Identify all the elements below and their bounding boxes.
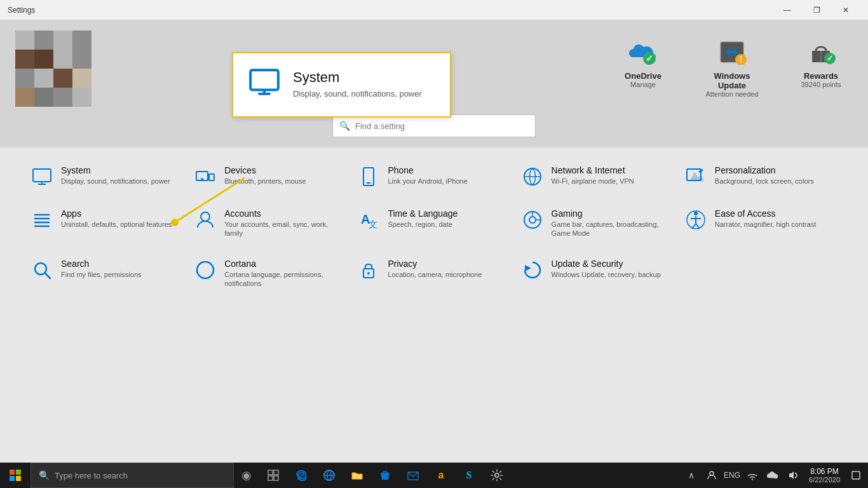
time-language-name: Time & Language <box>388 208 458 219</box>
system-desc: Display, sound, notifications, power <box>61 177 170 186</box>
phone-icon <box>357 165 380 188</box>
taskbar-search-icon: 🔍 <box>39 470 50 480</box>
update-security-icon <box>521 259 544 281</box>
search-icon: 🔍 <box>339 121 350 131</box>
cortana-button[interactable]: ◉ <box>234 463 259 488</box>
setting-update-security[interactable]: Update & Security Windows Update, recove… <box>516 251 679 296</box>
tray-people-icon[interactable] <box>702 463 721 488</box>
svg-rect-48 <box>268 470 273 475</box>
avatar <box>15 30 92 107</box>
privacy-icon <box>357 259 380 281</box>
taskbar-edge-icon[interactable] <box>287 463 315 488</box>
rewards-icon: ✓ <box>804 36 837 69</box>
titlebar-controls: — ❐ ✕ <box>773 0 860 20</box>
ease-of-access-name: Ease of Access <box>715 208 817 219</box>
rewards-label: Rewards <box>804 71 838 81</box>
tooltip-desc: Display, sound, notifications, power <box>293 88 422 100</box>
taskbar-ie-icon[interactable] <box>315 463 343 488</box>
settings-grid-area: System Display, sound, notifications, po… <box>0 147 868 463</box>
cortana-icon <box>194 259 217 281</box>
svg-marker-38 <box>525 265 531 271</box>
svg-text:✓: ✓ <box>827 54 833 63</box>
tray-expand-icon[interactable]: ∧ <box>682 463 701 488</box>
setting-network[interactable]: Network & Internet Wi-Fi, airplane mode,… <box>516 158 679 196</box>
taskbar-search[interactable]: 🔍 Type here to search <box>31 463 234 488</box>
system-name: System <box>61 165 170 175</box>
notification-button[interactable] <box>846 463 865 488</box>
accounts-icon <box>194 208 217 231</box>
setting-privacy[interactable]: Privacy Location, camera, microphone <box>352 251 515 296</box>
ease-of-access-desc: Narrator, magnifier, high contrast <box>715 220 817 229</box>
taskbar-mail-icon[interactable] <box>399 463 427 488</box>
windows-update-sublabel: Attention needed <box>705 90 758 98</box>
ease-of-access-icon <box>684 208 707 231</box>
search-settings-icon <box>31 259 53 281</box>
setting-time-language[interactable]: A 文 Time & Language Speech, region, date <box>352 201 515 246</box>
settings-grid: System Display, sound, notifications, po… <box>25 158 843 295</box>
task-view-button[interactable] <box>259 463 287 488</box>
svg-rect-51 <box>274 476 278 480</box>
tray-onedrive-icon[interactable] <box>763 463 782 488</box>
accounts-name: Accounts <box>224 208 347 219</box>
setting-search[interactable]: Search Find my files, permissions <box>25 251 189 296</box>
setting-devices[interactable]: Devices Bluetooth, printers, mouse <box>189 158 352 196</box>
svg-rect-47 <box>16 476 21 481</box>
personalization-desc: Background, lock screen, colors <box>715 177 814 186</box>
devices-name: Devices <box>224 165 306 175</box>
windows-update-icon: ! <box>715 36 749 69</box>
network-desc: Wi-Fi, airplane mode, VPN <box>552 177 634 186</box>
start-button[interactable] <box>0 463 31 488</box>
taskbar-settings-app-icon[interactable] <box>483 463 511 488</box>
taskbar-files-icon[interactable] <box>343 463 371 488</box>
onedrive-shortcut[interactable]: ✓ OneDrive Manage <box>611 36 675 88</box>
devices-desc: Bluetooth, printers, mouse <box>224 177 306 186</box>
svg-rect-9 <box>33 169 51 182</box>
taskbar-date: 6/22/2020 <box>809 476 840 484</box>
minimize-button[interactable]: — <box>773 0 802 20</box>
svg-rect-56 <box>852 471 860 479</box>
update-security-name: Update & Security <box>552 259 661 269</box>
taskbar-app-s-icon[interactable]: S <box>455 463 483 488</box>
taskbar-tray: ∧ ENG 8:06 PM 6/22/2020 <box>682 463 868 488</box>
tooltip-system-icon <box>248 66 280 104</box>
taskbar-store-icon[interactable] <box>371 463 399 488</box>
network-name: Network & Internet <box>552 165 634 175</box>
setting-ease-of-access[interactable]: Ease of Access Narrator, magnifier, high… <box>679 201 843 246</box>
tooltip-title: System <box>293 69 422 86</box>
setting-apps[interactable]: Apps Uninstall, defaults, optional featu… <box>25 201 189 246</box>
setting-accounts[interactable]: Accounts Your accounts, email, sync, wor… <box>189 201 352 246</box>
setting-system[interactable]: System Display, sound, notifications, po… <box>25 158 189 196</box>
cortana-desc: Cortana language, permissions, notificat… <box>224 270 347 288</box>
setting-phone[interactable]: Phone Link your Android, iPhone <box>352 158 515 196</box>
windows-update-shortcut[interactable]: ! Windows Update Attention needed <box>700 36 764 98</box>
rewards-shortcut[interactable]: ✓ Rewards 39240 points <box>789 36 853 88</box>
search-input[interactable] <box>355 121 529 131</box>
setting-cortana[interactable]: Cortana Cortana language, permissions, n… <box>189 251 352 296</box>
taskbar-clock[interactable]: 8:06 PM 6/22/2020 <box>804 467 845 484</box>
taskbar-time: 8:06 PM <box>810 467 839 476</box>
personalization-name: Personalization <box>715 165 814 175</box>
header-top-icons: ✓ OneDrive Manage ! Windows Update <box>611 30 853 98</box>
taskbar: 🔍 Type here to search ◉ <box>0 463 868 488</box>
svg-rect-13 <box>209 174 214 180</box>
restore-button[interactable]: ❐ <box>802 0 831 20</box>
rewards-sublabel: 39240 points <box>801 81 841 88</box>
onedrive-sublabel: Manage <box>630 81 656 88</box>
system-tooltip-popup: System Display, sound, notifications, po… <box>232 52 451 118</box>
apps-icon <box>31 208 53 231</box>
apps-name: Apps <box>61 208 172 219</box>
taskbar-amazon-icon[interactable]: a <box>427 463 455 488</box>
time-language-icon: A 文 <box>357 208 380 231</box>
svg-text:!: ! <box>740 55 742 64</box>
tray-volume-icon[interactable] <box>783 463 803 488</box>
tray-network-icon[interactable] <box>743 463 762 488</box>
close-button[interactable]: ✕ <box>831 0 860 20</box>
svg-point-55 <box>710 471 714 475</box>
setting-personalization[interactable]: Personalization Background, lock screen,… <box>679 158 843 196</box>
update-security-desc: Windows Update, recovery, backup <box>552 270 661 279</box>
tray-keyboard-icon[interactable]: ENG <box>722 463 742 488</box>
privacy-desc: Location, camera, microphone <box>388 270 482 279</box>
svg-point-24 <box>201 212 210 221</box>
setting-gaming[interactable]: Gaming Game bar, captures, broadcasting,… <box>516 201 679 246</box>
search-box[interactable]: 🔍 <box>332 114 536 137</box>
